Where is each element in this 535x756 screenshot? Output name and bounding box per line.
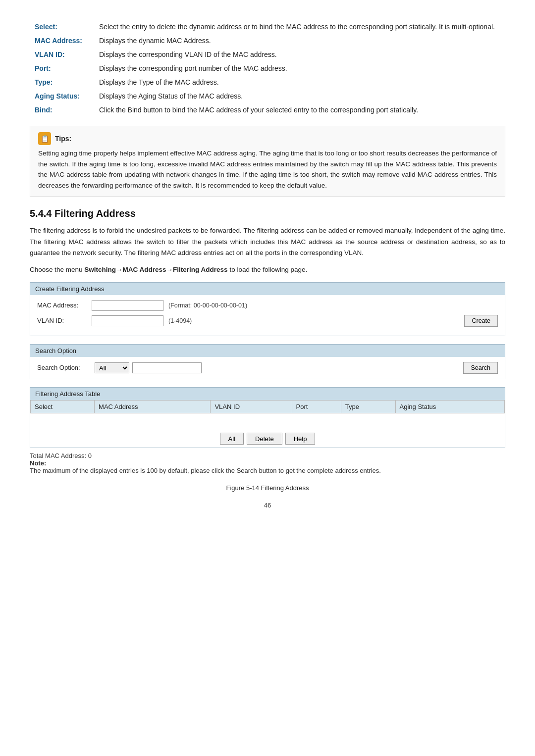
mac-address-hint: (Format: 00-00-00-00-00-01) [168,302,247,309]
table-column-header: Port [292,400,341,413]
def-value: Select the entry to delete the dynamic a… [94,20,505,34]
search-option-dropdown[interactable]: AllMAC AddressVLAN ID [95,362,129,373]
page-number: 46 [30,502,505,509]
search-panel-header: Search Option [30,345,505,357]
create-panel: Create Filtering Address MAC Address: (F… [30,282,505,336]
search-option-label: Search Option: [37,364,92,371]
tips-icon: 📋 [38,132,51,145]
vlan-id-input[interactable] [92,315,163,326]
note-label: Note: [30,459,505,467]
def-value: Displays the Type of the MAC address. [94,75,505,89]
table-column-header: Aging Status [395,400,504,413]
definition-row: VLAN ID: Displays the corresponding VLAN… [30,48,505,61]
search-panel: Search Option Search Option: AllMAC Addr… [30,344,505,379]
def-value: Displays the dynamic MAC Address. [94,34,505,48]
definition-row: Select: Select the entry to delete the d… [30,20,505,34]
vlan-id-hint: (1-4094) [168,317,192,324]
def-value: Click the Bind button to bind the MAC ad… [94,103,505,117]
tips-box: 📋 Tips: Setting aging time properly help… [30,126,505,197]
action-buttons: All Delete Help [30,428,505,448]
note-text: The maximum of the displayed entries is … [30,467,505,474]
table-column-header: Select [31,400,95,413]
def-value: Displays the Aging Status of the MAC add… [94,89,505,103]
def-label: Select: [30,20,94,34]
definition-row: Aging Status: Displays the Aging Status … [30,89,505,103]
filter-table-header: Filtering Address Table [30,388,505,400]
def-label: VLAN ID: [30,48,94,61]
search-input[interactable] [132,362,202,373]
filter-table-body: SelectMAC AddressVLAN IDPortTypeAging St… [30,400,505,448]
vlan-id-label: VLAN ID: [37,317,92,324]
search-option-row: Search Option: AllMAC AddressVLAN ID Sea… [37,362,498,374]
definition-row: Type: Displays the Type of the MAC addre… [30,75,505,89]
table-empty-row [31,413,505,428]
def-label: Type: [30,75,94,89]
table-column-header: VLAN ID [211,400,292,413]
def-label: Port: [30,61,94,75]
definition-row: MAC Address: Displays the dynamic MAC Ad… [30,34,505,48]
create-button[interactable]: Create [464,315,498,327]
figure-caption: Figure 5-14 Filtering Address [30,484,505,492]
tips-body: Setting aging time properly helps implem… [38,148,497,191]
def-label: MAC Address: [30,34,94,48]
def-label: Aging Status: [30,89,94,103]
menu-instruction: Choose the menu Switching→MAC Address→Fi… [30,264,505,275]
mac-address-input[interactable] [92,300,163,311]
table-column-header: Type [341,400,395,413]
def-value: Displays the corresponding port number o… [94,61,505,75]
help-button[interactable]: Help [285,433,316,445]
mac-address-row: MAC Address: (Format: 00-00-00-00-00-01) [37,300,498,311]
total-mac-text: Total MAC Address: 0 [30,452,505,459]
filtering-address-table: SelectMAC AddressVLAN IDPortTypeAging St… [30,400,505,428]
def-label: Bind: [30,103,94,117]
table-column-header: MAC Address [95,400,211,413]
definitions-table: Select: Select the entry to delete the d… [30,20,505,117]
filter-table-panel: Filtering Address Table SelectMAC Addres… [30,387,505,449]
create-panel-body: MAC Address: (Format: 00-00-00-00-00-01)… [30,295,505,336]
section-heading: 5.4.4 Filtering Address [30,208,505,219]
def-value: Displays the corresponding VLAN ID of th… [94,48,505,61]
create-panel-header: Create Filtering Address [30,283,505,295]
search-panel-body: Search Option: AllMAC AddressVLAN ID Sea… [30,357,505,379]
definition-row: Port: Displays the corresponding port nu… [30,61,505,75]
search-button[interactable]: Search [463,362,498,374]
definition-row: Bind: Click the Bind button to bind the … [30,103,505,117]
tips-header: 📋 Tips: [38,132,497,145]
vlan-id-row: VLAN ID: (1-4094) Create [37,315,498,327]
all-button[interactable]: All [220,433,244,445]
tips-label: Tips: [55,135,71,143]
section-intro: The filtering address is to forbid the u… [30,225,505,258]
mac-address-label: MAC Address: [37,302,92,309]
footer-total: Total MAC Address: 0 Note: The maximum o… [30,452,505,474]
delete-button[interactable]: Delete [247,433,282,445]
